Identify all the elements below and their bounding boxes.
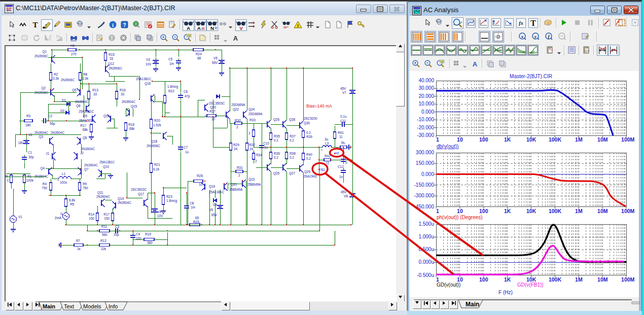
svg-text:R42: R42 — [325, 154, 331, 158]
svg-text:1u: 1u — [185, 150, 189, 154]
svg-text:1m: 1m — [191, 205, 195, 209]
svg-text:0.2: 0.2 — [290, 138, 294, 142]
svg-text:Q22: Q22 — [233, 108, 239, 112]
svg-text:11: 11 — [339, 135, 343, 138]
svg-text:R24: R24 — [196, 52, 202, 56]
svg-text:Q11: Q11 — [97, 191, 103, 195]
svg-text:Q12: Q12 — [108, 62, 115, 66]
svg-text:25A1381C: 25A1381C — [79, 110, 94, 113]
svg-text:Q4: Q4 — [40, 166, 45, 170]
svg-text:3.3k: 3.3k — [82, 77, 89, 80]
svg-text:560: 560 — [102, 233, 108, 236]
svg-text:25B649A: 25B649A — [247, 183, 261, 186]
svg-text:V8: V8 — [344, 194, 348, 198]
svg-text:2SC3503C: 2SC3503C — [209, 101, 225, 105]
svg-text:33: 33 — [121, 92, 125, 96]
svg-text:47p: 47p — [185, 94, 190, 98]
svg-text:V4: V4 — [157, 210, 161, 214]
svg-text:Q2: Q2 — [41, 86, 46, 90]
svg-text:3.3k: 3.3k — [53, 77, 59, 80]
svg-text:R40: R40 — [306, 153, 312, 156]
svg-text:56p: 56p — [50, 122, 55, 126]
svg-text:Bias=140 mA: Bias=140 mA — [306, 103, 332, 109]
svg-text:3u: 3u — [325, 137, 329, 141]
svg-text:Q7: Q7 — [84, 167, 89, 171]
svg-text:D4: D4 — [213, 203, 218, 206]
svg-text:RL: RL — [341, 141, 346, 145]
svg-text:R27: R27 — [209, 110, 216, 113]
svg-text:2N3904C: 2N3904C — [51, 131, 64, 134]
svg-text:1.8mcg: 1.8mcg — [167, 85, 178, 89]
svg-text:R37: R37 — [290, 134, 296, 138]
svg-text:A: A — [187, 25, 190, 30]
svg-text:Q10: Q10 — [103, 165, 110, 169]
svg-text:!: ! — [297, 23, 299, 28]
svg-text:R11: R11 — [101, 225, 108, 228]
svg-text:L3: L3 — [325, 142, 329, 145]
svg-text:V5: V5 — [213, 56, 218, 60]
svg-text:10p: 10p — [114, 233, 119, 237]
svg-text:R34: R34 — [256, 153, 262, 157]
svg-text:Q23: Q23 — [248, 178, 255, 182]
svg-text:0.1u: 0.1u — [340, 115, 347, 118]
svg-text:Q15: Q15 — [131, 104, 137, 109]
svg-text:270: 270 — [71, 52, 77, 56]
svg-text:25A1381C: 25A1381C — [136, 77, 152, 81]
svg-text:2SD669A: 2SD669A — [231, 103, 245, 107]
svg-text:25A1381C: 25A1381C — [99, 160, 115, 164]
svg-text:T: T — [32, 21, 38, 29]
svg-text:R15: R15 — [109, 53, 115, 56]
svg-text:Q3: Q3 — [39, 135, 43, 139]
svg-text:R23: R23 — [166, 195, 172, 198]
svg-text:C4: C4 — [136, 232, 140, 236]
svg-text:Q1: Q1 — [42, 50, 47, 54]
svg-text:Q8: Q8 — [76, 104, 81, 108]
svg-text:6.8k: 6.8k — [69, 198, 76, 202]
svg-text:R38: R38 — [290, 152, 296, 155]
svg-text:2SC5200: 2SC5200 — [304, 117, 317, 120]
svg-text:2N3906C: 2N3906C — [34, 54, 48, 58]
svg-text:Q26: Q26 — [273, 118, 280, 122]
svg-text:65V: 65V — [212, 61, 218, 64]
svg-text:68k: 68k — [129, 127, 135, 130]
svg-text:2N3904C: 2N3904C — [122, 100, 135, 103]
svg-text:V: V — [239, 25, 243, 30]
svg-text:R35: R35 — [274, 134, 280, 138]
svg-text:22k: 22k — [101, 247, 106, 251]
svg-text:Q25: Q25 — [273, 171, 280, 176]
svg-text:Q13: Q13 — [103, 114, 110, 118]
svg-text:33: 33 — [110, 57, 114, 60]
svg-text:Q17: Q17 — [138, 192, 145, 196]
svg-text:R3: R3 — [26, 114, 31, 118]
svg-text:150: 150 — [104, 217, 110, 220]
svg-text:R14: R14 — [88, 213, 94, 216]
svg-text:Q27: Q27 — [289, 171, 296, 176]
svg-text:R12: R12 — [100, 239, 106, 242]
svg-text:2N3904C: 2N3904C — [96, 195, 110, 198]
svg-text:68k: 68k — [83, 128, 88, 131]
svg-text:0.2: 0.2 — [274, 156, 278, 159]
svg-text:24: 24 — [234, 147, 238, 151]
svg-text:45V: 45V — [341, 190, 347, 194]
svg-text:i: i — [112, 22, 114, 28]
svg-text:1k: 1k — [77, 247, 81, 251]
svg-text:N: N — [210, 25, 214, 30]
svg-text:2N3904C: 2N3904C — [118, 201, 131, 204]
svg-text:0.2: 0.2 — [290, 156, 294, 159]
svg-text:45V: 45V — [340, 87, 346, 90]
svg-text:C1: C1 — [28, 151, 32, 154]
svg-text:?: ? — [123, 22, 126, 28]
svg-text:J2: J2 — [80, 151, 84, 155]
svg-text:V7: V7 — [342, 91, 346, 94]
svg-text:100k: 100k — [26, 179, 34, 182]
svg-text:10V: 10V — [146, 62, 152, 66]
svg-text:C6: C6 — [184, 90, 188, 93]
svg-text:R16: R16 — [120, 88, 126, 92]
svg-text:100u: 100u — [60, 181, 67, 184]
svg-text:Q24: Q24 — [248, 108, 255, 112]
svg-text:R33: R33 — [249, 118, 256, 122]
svg-text:R32: R32 — [249, 143, 255, 147]
svg-text:10V: 10V — [157, 214, 163, 218]
svg-text:2N3906C: 2N3906C — [109, 66, 122, 70]
svg-text:750: 750 — [42, 186, 47, 190]
